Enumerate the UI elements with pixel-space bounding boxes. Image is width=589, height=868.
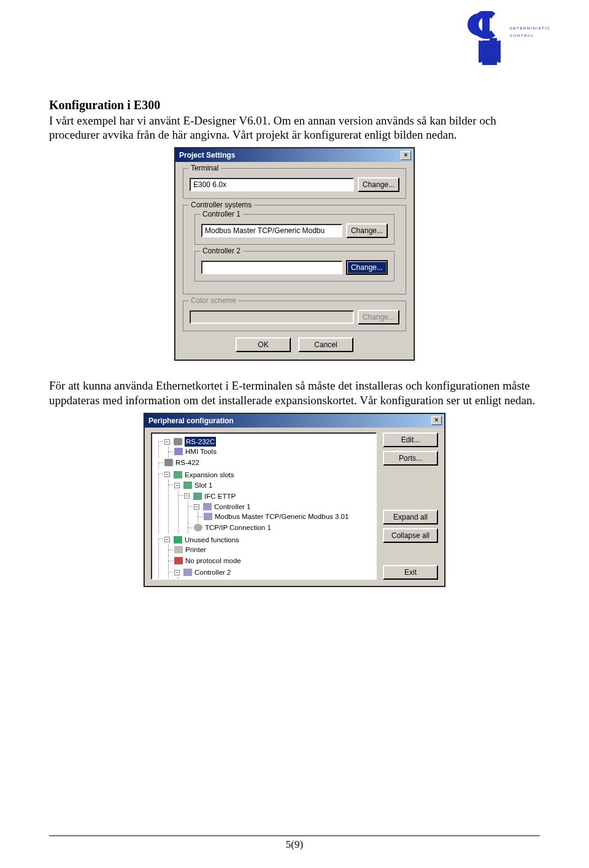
svg-rect-4 (468, 40, 479, 63)
controller-icon (183, 569, 192, 576)
card-icon (193, 493, 202, 500)
controller-systems-legend: Controller systems (188, 201, 254, 209)
port-icon (174, 438, 182, 445)
close-icon[interactable]: × (431, 416, 442, 425)
ports-button[interactable]: Ports... (383, 451, 438, 466)
ok-button[interactable]: OK (236, 337, 291, 352)
middle-paragraph: För att kunna använda Ethernetkortet i E… (49, 378, 540, 407)
terminal-change-button[interactable]: Change... (358, 177, 399, 192)
tree-slot1[interactable]: Slot 1 (194, 480, 212, 490)
tree-tcp1[interactable]: TCP/IP Connection 1 (205, 523, 271, 532)
slot-icon (183, 482, 192, 489)
controller1-legend: Controller 1 (200, 210, 243, 218)
protocol-icon (204, 513, 212, 520)
svg-rect-7 (501, 40, 512, 63)
color-scheme-input (190, 310, 354, 324)
dialog2-titlebar[interactable]: Peripheral configuration × (145, 414, 444, 428)
collapse-icon[interactable]: − (174, 483, 180, 488)
folder-icon (174, 536, 182, 543)
dialog-title: Project Settings (179, 151, 235, 159)
svg-rect-8 (490, 38, 497, 65)
color-scheme-group: Color scheme Change... (183, 301, 406, 331)
controller1-input[interactable]: Modbus Master TCP/Generic Modbu (201, 224, 342, 237)
intro-paragraph: I vårt exempel har vi använt E-Designer … (49, 113, 540, 142)
controller1-group: Controller 1 Modbus Master TCP/Generic M… (194, 214, 395, 245)
expand-all-button[interactable]: Expand all (383, 510, 438, 524)
tree-ctrl2[interactable]: Controller 2 (194, 567, 231, 577)
tree-rs422[interactable]: RS-422 (175, 458, 199, 467)
terminal-group: Terminal E300 6.0x Change... (183, 168, 406, 199)
controller2-legend: Controller 2 (200, 247, 243, 255)
exit-button[interactable]: Exit (383, 565, 438, 580)
dialog-titlebar[interactable]: Project Settings × (175, 148, 414, 162)
edit-button[interactable]: Edit... (383, 432, 438, 447)
tree-ctrl1[interactable]: Controller 1 (214, 502, 250, 512)
collapse-icon[interactable]: − (164, 537, 170, 542)
svg-rect-5 (482, 40, 490, 65)
terminal-input[interactable]: E300 6.0x (190, 178, 354, 191)
tree-unused[interactable]: Unused functions (185, 535, 239, 545)
connection-icon (194, 524, 202, 531)
color-scheme-legend: Color scheme (188, 296, 239, 305)
controller-systems-group: Controller systems Controller 1 Modbus M… (183, 205, 406, 294)
tree-expansion-slots[interactable]: Expansion slots (185, 470, 234, 480)
controller2-group: Controller 2 Change... (194, 251, 395, 282)
terminal-legend: Terminal (188, 164, 221, 172)
collapse-icon[interactable]: − (164, 439, 170, 445)
printer-icon (174, 546, 183, 553)
controller2-input[interactable] (201, 261, 342, 274)
project-settings-dialog: Project Settings × Terminal E300 6.0x Ch… (175, 148, 414, 360)
section-heading: Konfiguration i E300 (49, 98, 540, 112)
collapse-all-button[interactable]: Collapse all (383, 528, 438, 543)
tree-modbus[interactable]: Modbus Master TCP/Generic Modbus 3.01 (215, 512, 348, 521)
page-number: 5(9) (0, 839, 589, 851)
collapse-icon[interactable]: − (174, 570, 180, 575)
controller2-change-button[interactable]: Change... (346, 260, 388, 275)
peripheral-config-dialog: Peripheral configuration × −RS-232C HMI … (144, 413, 445, 586)
logo-line1: DETERMINISTIC (510, 26, 550, 30)
slot-icon (174, 471, 182, 478)
controller1-change-button[interactable]: Change... (346, 223, 388, 238)
tree-noprot[interactable]: No protocol mode (185, 556, 241, 566)
tool-icon (174, 448, 183, 455)
tree-ifc[interactable]: IFC ETTP (204, 491, 236, 501)
tree-rs232c[interactable]: RS-232C (185, 437, 216, 447)
tree-printer[interactable]: Printer (185, 545, 206, 555)
collapse-icon[interactable]: − (184, 493, 190, 499)
tree-hmitools[interactable]: HMI Tools (185, 447, 217, 456)
logo: DETERMINISTIC CONTROL (458, 11, 544, 69)
footer-rule (49, 835, 540, 836)
color-scheme-change-button: Change... (358, 310, 399, 325)
port-icon (164, 459, 173, 466)
logo-line2: CONTROL (510, 34, 534, 37)
cancel-button[interactable]: Cancel (298, 337, 353, 352)
dialog2-title: Peripheral configuration (148, 417, 234, 425)
controller-icon (203, 503, 212, 510)
collapse-icon[interactable]: − (164, 472, 170, 477)
peripheral-tree[interactable]: −RS-232C HMI Tools RS-422 −Expansion slo… (151, 432, 377, 580)
close-icon[interactable]: × (401, 151, 411, 160)
collapse-icon[interactable]: − (194, 504, 199, 510)
noprotocol-icon (174, 557, 183, 564)
